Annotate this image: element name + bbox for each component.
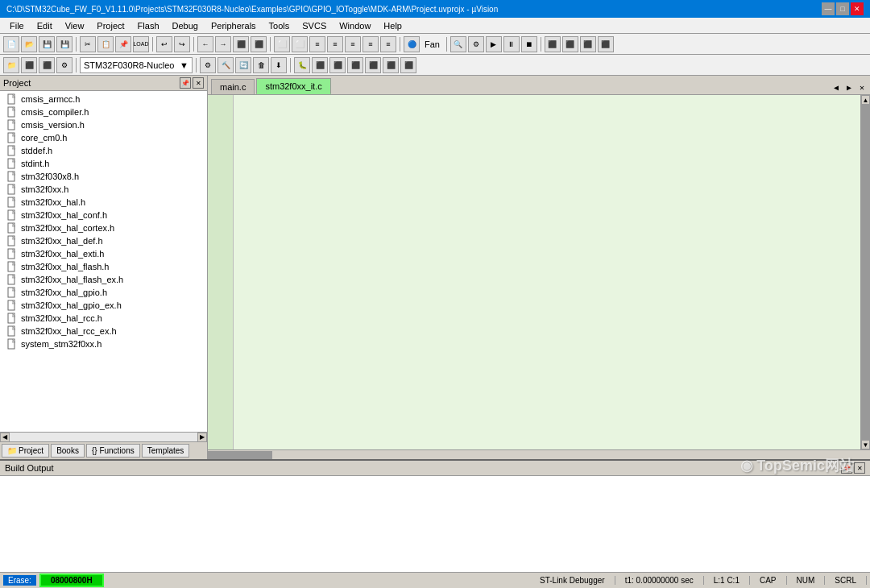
tree-item[interactable]: stm32f0xx_hal_def.h (0, 234, 207, 247)
menu-peripherals[interactable]: Peripherals (205, 19, 263, 32)
tree-item[interactable]: stddef.h (0, 144, 207, 157)
tb2-download[interactable]: ⬇ (271, 57, 287, 73)
tree-item[interactable]: stdint.h (0, 157, 207, 170)
code-area[interactable] (208, 95, 860, 449)
tree-item[interactable]: stm32f0xx_hal.h (0, 196, 207, 209)
tb2-extra3[interactable]: ⬛ (347, 57, 363, 73)
tb2-btn1[interactable]: 📁 (3, 57, 19, 73)
editor-nav-left[interactable]: ◀ (831, 83, 841, 93)
btn-a[interactable]: ← (197, 36, 213, 52)
menu-project[interactable]: Project (90, 19, 130, 32)
tb2-btn2[interactable]: ⬛ (21, 57, 37, 73)
redo-button[interactable]: ↪ (174, 36, 190, 52)
tb2-rebuild[interactable]: 🔄 (235, 57, 251, 73)
tab-project[interactable]: 📁 Project (2, 444, 49, 458)
tb2-extra[interactable]: ⬛ (312, 57, 328, 73)
menu-view[interactable]: View (59, 19, 91, 32)
open-button[interactable]: 📂 (21, 36, 37, 52)
toolbar-dbg7[interactable]: ⬛ (580, 36, 596, 52)
editor-vscroll[interactable]: ▲ ▼ (860, 95, 870, 449)
menu-file[interactable]: File (3, 19, 31, 32)
scroll-thumb[interactable] (861, 105, 870, 440)
tree-item[interactable]: cmsis_compiler.h (0, 106, 207, 118)
proj-scroll-track[interactable] (10, 433, 197, 441)
target-dropdown[interactable]: STM32F030R8-Nucleo ▼ (80, 57, 193, 73)
new-button[interactable]: 📄 (3, 36, 19, 52)
tree-item[interactable]: stm32f0xx_hal_exti.h (0, 247, 207, 260)
menu-window[interactable]: Window (333, 19, 377, 32)
menu-tools[interactable]: Tools (263, 19, 296, 32)
tree-item[interactable]: stm32f0xx_hal_rcc.h (0, 312, 207, 325)
toolbar-dbg1[interactable]: ⚙ (468, 36, 484, 52)
save-all-button[interactable]: 💾 (56, 36, 72, 52)
hscroll-thumb[interactable] (208, 451, 272, 459)
btn-c[interactable]: ⬛ (233, 36, 249, 52)
toolbar-dbg8[interactable]: ⬛ (598, 36, 614, 52)
btn-e[interactable]: ⬜ (274, 36, 290, 52)
tb2-clean[interactable]: 🗑 (253, 57, 269, 73)
btn-b[interactable]: → (215, 36, 231, 52)
build-pin[interactable]: 📌 (841, 462, 852, 474)
panel-pin[interactable]: 📌 (180, 77, 191, 89)
tb2-extra2[interactable]: ⬛ (329, 57, 346, 73)
menu-flash[interactable]: Flash (131, 19, 166, 32)
editor-nav-right[interactable]: ▶ (844, 83, 854, 93)
scroll-up[interactable]: ▲ (861, 95, 870, 105)
btn-j[interactable]: ≡ (362, 36, 379, 52)
tab-functions[interactable]: {} Functions (86, 444, 140, 458)
code-content[interactable] (234, 95, 860, 449)
editor-close[interactable]: ✕ (857, 83, 867, 93)
tab-stm32-it[interactable]: stm32f0xx_it.c (256, 78, 330, 94)
btn-g[interactable]: ≡ (309, 36, 325, 52)
menu-svcs[interactable]: SVCS (296, 19, 333, 32)
tree-item[interactable]: system_stm32f0xx.h (0, 337, 207, 350)
tree-item[interactable]: core_cm0.h (0, 131, 207, 144)
tb2-extra4[interactable]: ⬛ (365, 57, 381, 73)
btn-f[interactable]: ⬜ (292, 36, 308, 52)
menu-edit[interactable]: Edit (31, 19, 59, 32)
tree-item[interactable]: stm32f0xx_hal_flash_ex.h (0, 273, 207, 286)
btn-h[interactable]: ≡ (327, 36, 343, 52)
toolbar-search[interactable]: 🔍 (450, 36, 466, 52)
toolbar-dbg4[interactable]: ⏹ (521, 36, 537, 52)
tree-item[interactable]: stm32f0xx_hal_gpio_ex.h (0, 299, 207, 312)
fan-icon-btn[interactable]: 🔵 (404, 36, 420, 52)
load-button[interactable]: LOAD (133, 36, 149, 52)
menu-debug[interactable]: Debug (166, 19, 205, 32)
tb2-build[interactable]: 🔨 (218, 57, 234, 73)
project-hscroll[interactable]: ◀ ▶ (0, 432, 207, 441)
tb2-extra5[interactable]: ⬛ (383, 57, 399, 73)
tab-main-c[interactable]: main.c (211, 79, 255, 94)
tree-item[interactable]: stm32f0xx_hal_flash.h (0, 260, 207, 273)
tree-item[interactable]: cmsis_version.h (0, 118, 207, 131)
tree-item[interactable]: cmsis_armcc.h (0, 93, 207, 106)
tab-templates[interactable]: Templates (142, 444, 190, 458)
tb2-dbg[interactable]: 🐛 (294, 57, 310, 73)
btn-i[interactable]: ≡ (345, 36, 361, 52)
tb2-compile[interactable]: ⚙ (200, 57, 216, 73)
copy-button[interactable]: 📋 (97, 36, 114, 52)
btn-k[interactable]: ≡ (380, 36, 396, 52)
undo-button[interactable]: ↩ (156, 36, 172, 52)
proj-scroll-left[interactable]: ◀ (0, 433, 10, 442)
menu-help[interactable]: Help (377, 19, 408, 32)
tab-books[interactable]: Books (51, 444, 85, 458)
cut-button[interactable]: ✂ (80, 36, 96, 52)
paste-button[interactable]: 📌 (115, 36, 131, 52)
toolbar-dbg3[interactable]: ⏸ (503, 36, 520, 52)
editor-hscroll[interactable] (208, 449, 870, 459)
panel-close[interactable]: ✕ (193, 77, 204, 89)
toolbar-dbg2[interactable]: ▶ (486, 36, 502, 52)
tree-item[interactable]: stm32f030x8.h (0, 170, 207, 183)
toolbar-dbg5[interactable]: ⬛ (545, 36, 561, 52)
proj-scroll-right[interactable]: ▶ (197, 433, 207, 442)
minimize-button[interactable]: — (822, 2, 835, 15)
tb2-extra6[interactable]: ⬛ (400, 57, 416, 73)
close-button[interactable]: ✕ (851, 2, 864, 15)
tree-item[interactable]: stm32f0xx.h (0, 183, 207, 196)
tb2-btn3[interactable]: ⬛ (39, 57, 55, 73)
tree-item[interactable]: stm32f0xx_hal_gpio.h (0, 286, 207, 299)
build-close[interactable]: ✕ (854, 462, 865, 474)
tree-item[interactable]: stm32f0xx_hal_conf.h (0, 209, 207, 222)
save-button[interactable]: 💾 (39, 36, 55, 52)
